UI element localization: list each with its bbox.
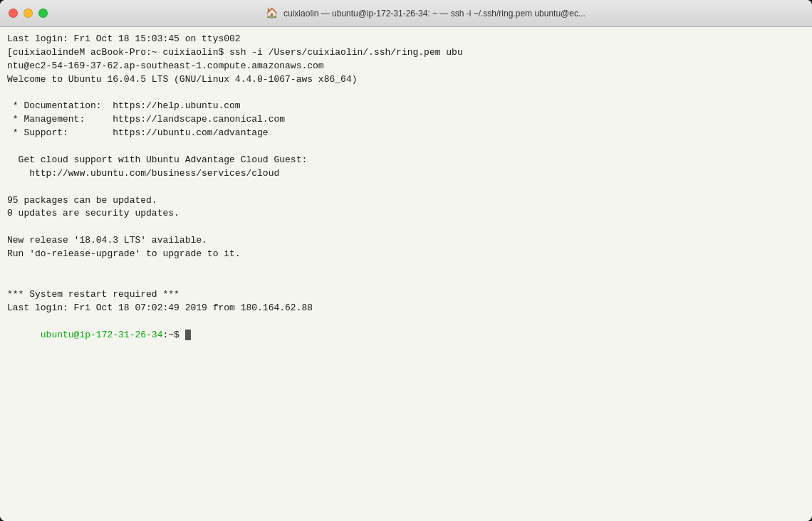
cursor-blink	[185, 330, 191, 340]
line-management: * Management: https://landscape.canonica…	[7, 113, 805, 127]
line-ssh-host: ntu@ec2-54-169-37-62.ap-southeast-1.comp…	[7, 60, 805, 73]
terminal-window: 🏠 cuixiaolin — ubuntu@ip-172-31-26-34: ~…	[0, 0, 812, 521]
home-icon: 🏠	[266, 7, 278, 19]
line-security-updates: 0 updates are security updates.	[7, 207, 805, 221]
line-empty-3	[7, 181, 805, 194]
maximize-button[interactable]	[38, 9, 48, 18]
line-cloud-url: http://www.ubuntu.com/business/services/…	[7, 167, 805, 181]
line-last-login-remote: Last login: Fri Oct 18 07:02:49 2019 fro…	[7, 302, 805, 315]
prompt-user-host: ubuntu@ip-172-31-26-34	[41, 330, 163, 340]
line-upgrade-run: Run 'do-release-upgrade' to upgrade to i…	[7, 248, 805, 261]
line-empty-1	[7, 86, 805, 100]
traffic-lights	[9, 9, 48, 18]
line-cloud-support: Get cloud support with Ubuntu Advantage …	[7, 154, 805, 167]
prompt-path: :~$	[162, 330, 179, 340]
line-packages: 95 packages can be updated.	[7, 194, 805, 208]
window-title: cuixiaolin — ubuntu@ip-172-31-26-34: ~ —…	[283, 9, 585, 19]
line-support: * Support: https://ubuntu.com/advantage	[7, 127, 805, 140]
line-prompt: ubuntu@ip-172-31-26-34:~$	[7, 315, 805, 356]
terminal-body[interactable]: Last login: Fri Oct 18 15:03:45 on ttys0…	[0, 27, 812, 521]
minimize-button[interactable]	[24, 9, 33, 18]
titlebar-center: 🏠 cuixiaolin — ubuntu@ip-172-31-26-34: ~…	[48, 7, 803, 19]
line-new-release: New release '18.04.3 LTS' available.	[7, 234, 805, 248]
line-empty-5	[7, 261, 805, 275]
line-empty-2	[7, 140, 805, 154]
close-button[interactable]	[9, 9, 18, 18]
line-restart-warning: *** System restart required ***	[7, 288, 805, 302]
line-empty-6	[7, 275, 805, 288]
line-last-login-local: Last login: Fri Oct 18 15:03:45 on ttys0…	[7, 33, 805, 46]
line-ssh-cmd: [cuixiaolindeM acBook-Pro:~ cuixiaolin$ …	[7, 46, 805, 60]
line-documentation: * Documentation: https://help.ubuntu.com	[7, 100, 805, 113]
line-empty-4	[7, 221, 805, 234]
titlebar: 🏠 cuixiaolin — ubuntu@ip-172-31-26-34: ~…	[0, 0, 812, 27]
line-welcome: Welcome to Ubuntu 16.04.5 LTS (GNU/Linux…	[7, 73, 805, 87]
